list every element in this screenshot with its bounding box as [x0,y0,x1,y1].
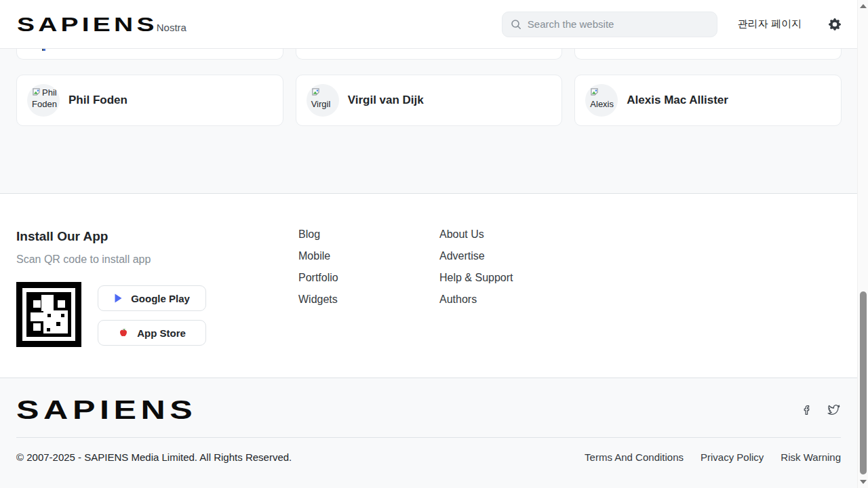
person-name: Phil Foden [68,94,127,107]
broken-image-icon [590,87,599,99]
sapiens-logo[interactable]: SAPIENS [17,13,158,36]
privacy-policy-link[interactable]: Privacy Policy [701,451,764,463]
copyright-text: © 2007-2025 - SAPIENS Media Limited. All… [16,451,292,463]
search-input[interactable] [528,18,709,30]
top-header: SAPIENS Nostra 관리자 페이지 [0,0,868,49]
person-name: Alexis Mac Allister [627,94,728,107]
avatar-alt-text: Virgil [311,99,331,109]
person-card-phil-foden[interactable]: Phil Foden Phil Foden [16,75,283,126]
admin-page-link[interactable]: 관리자 페이지 [738,18,802,30]
footer-link-about-us[interactable]: About Us [439,229,580,240]
clipped-card[interactable] [574,49,842,60]
gear-icon[interactable] [829,18,841,30]
footer-link-advertise[interactable]: Advertise [439,251,580,262]
install-app-title: Install Our App [16,229,298,244]
footer-link-portfolio[interactable]: Portfolio [298,272,439,283]
cards-row-clipped [16,49,842,60]
brand: SAPIENS Nostra [17,13,186,36]
scroll-up-button[interactable] [860,4,867,8]
site-tagline: Nostra [157,22,186,33]
terms-and-conditions-link[interactable]: Terms And Conditions [585,451,684,463]
person-name: Virgil van Dijk [348,94,424,107]
twitter-icon[interactable] [827,403,841,417]
google-play-label: Google Play [131,293,190,304]
install-app-subtitle: Scan QR code to install app [16,253,298,266]
scrollbar[interactable] [857,0,868,488]
person-card-alexis-mac-allister[interactable]: Alexis Alexis Mac Allister [574,75,842,126]
avatar: Alexis [585,84,618,117]
clipped-card[interactable] [16,49,283,60]
app-store-button[interactable]: App Store [98,320,206,346]
risk-warning-link[interactable]: Risk Warning [781,451,841,463]
install-app-section: Install Our App Scan QR code to install … [16,229,298,378]
footer-bottom: SAPIENS © 2007-2025 - SAPIENS Media Limi… [0,378,868,488]
play-icon [114,293,123,303]
avatar: Phil Foden [27,84,60,117]
content-area: Phil Foden Phil Foden Virgil Virgil van … [0,49,868,193]
facebook-icon[interactable] [801,403,813,417]
qr-code [16,282,81,347]
scroll-down-button[interactable] [860,480,867,484]
search-icon [511,19,521,30]
footer-main: Install Our App Scan QR code to install … [0,193,868,378]
broken-image-icon [32,87,41,99]
avatar: Virgil [307,84,339,117]
avatar-alt-text: Alexis [590,99,614,109]
apple-icon [118,327,129,338]
person-card-virgil-van-dijk[interactable]: Virgil Virgil van Dijk [296,75,563,126]
clipped-card[interactable] [296,49,563,60]
scrollbar-thumb[interactable] [860,291,867,474]
search-box[interactable] [502,12,717,37]
sapiens-footer-logo: SAPIENS [16,396,197,425]
footer-link-blog[interactable]: Blog [298,229,439,240]
footer-nav-column-2: About Us Advertise Help & Support Author… [439,229,580,378]
google-play-button[interactable]: Google Play [98,285,206,311]
footer-link-help-support[interactable]: Help & Support [439,272,580,283]
footer-nav-column-1: Blog Mobile Portfolio Widgets [298,229,439,378]
broken-image-icon [311,87,320,99]
footer-link-authors[interactable]: Authors [439,294,580,305]
app-store-label: App Store [137,327,186,339]
page: SAPIENS Nostra 관리자 페이지 Ph [0,0,868,488]
footer-link-widgets[interactable]: Widgets [298,294,439,305]
cards-row: Phil Foden Phil Foden Virgil Virgil van … [16,75,842,126]
footer-link-mobile[interactable]: Mobile [298,251,439,262]
broken-image-fragment [42,49,45,51]
